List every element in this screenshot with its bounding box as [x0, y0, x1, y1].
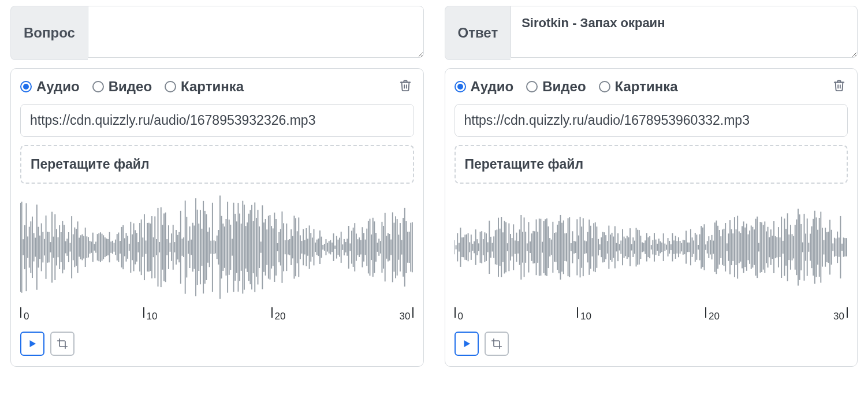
- question-label: Вопрос: [10, 6, 88, 60]
- radio-icon: [599, 81, 610, 92]
- question-column: Вопрос Аудио Видео Картинка: [10, 6, 424, 367]
- q-time-axis: 0 10 20 30: [20, 307, 414, 325]
- play-icon: [27, 339, 38, 349]
- crop-icon: [57, 338, 68, 349]
- radio-icon: [455, 81, 466, 92]
- a-radio-video-label: Видео: [542, 79, 586, 95]
- radio-icon: [92, 81, 104, 92]
- question-textarea[interactable]: [88, 6, 424, 58]
- tick-label: 10: [147, 311, 158, 322]
- a-time-axis: 0 10 20 30: [455, 307, 848, 325]
- tick-label: 30: [833, 311, 844, 322]
- q-delete-media-button[interactable]: [397, 77, 414, 96]
- a-radio-video[interactable]: Видео: [526, 79, 586, 95]
- q-radio-audio[interactable]: Аудио: [20, 79, 80, 95]
- radio-icon: [526, 81, 538, 92]
- trash-icon: [399, 79, 412, 92]
- a-delete-media-button[interactable]: [830, 77, 848, 96]
- tick-label: 0: [24, 311, 29, 322]
- svg-marker-521: [464, 340, 470, 347]
- answer-textarea[interactable]: [511, 6, 858, 58]
- trash-icon: [833, 79, 845, 92]
- radio-icon: [165, 81, 176, 92]
- tick-label: 20: [709, 311, 720, 322]
- a-waveform[interactable]: [455, 189, 848, 305]
- tick-label: 10: [580, 311, 591, 322]
- a-radio-audio-label: Аудио: [471, 79, 514, 95]
- q-dropzone[interactable]: Перетащите файл: [20, 145, 414, 184]
- q-waveform[interactable]: [20, 189, 414, 305]
- a-play-button[interactable]: [455, 332, 479, 356]
- answer-column: Ответ Аудио Видео Картинка: [445, 6, 858, 367]
- play-icon: [461, 339, 472, 349]
- q-crop-button[interactable]: [50, 332, 74, 356]
- q-radio-image-label: Картинка: [181, 79, 244, 95]
- q-play-button[interactable]: [20, 332, 44, 356]
- tick-label: 20: [275, 311, 286, 322]
- svg-marker-260: [30, 340, 36, 347]
- q-radio-audio-label: Аудио: [36, 79, 80, 95]
- a-media-url-input[interactable]: [455, 104, 848, 137]
- a-radio-image-label: Картинка: [615, 79, 678, 95]
- answer-label: Ответ: [445, 6, 511, 60]
- question-media-panel: Аудио Видео Картинка Перетащите файл: [10, 68, 424, 367]
- q-radio-image[interactable]: Картинка: [165, 79, 244, 95]
- a-crop-button[interactable]: [485, 332, 509, 356]
- a-dropzone[interactable]: Перетащите файл: [455, 145, 848, 184]
- crop-icon: [491, 338, 502, 349]
- radio-icon: [20, 81, 32, 92]
- q-radio-video-label: Видео: [109, 79, 152, 95]
- a-radio-image[interactable]: Картинка: [599, 79, 678, 95]
- tick-label: 30: [400, 311, 411, 322]
- q-media-url-input[interactable]: [20, 104, 414, 137]
- tick-label: 0: [458, 311, 463, 322]
- a-radio-audio[interactable]: Аудио: [455, 79, 514, 95]
- q-radio-video[interactable]: Видео: [92, 79, 152, 95]
- answer-media-panel: Аудио Видео Картинка Перетащите файл: [445, 68, 858, 367]
